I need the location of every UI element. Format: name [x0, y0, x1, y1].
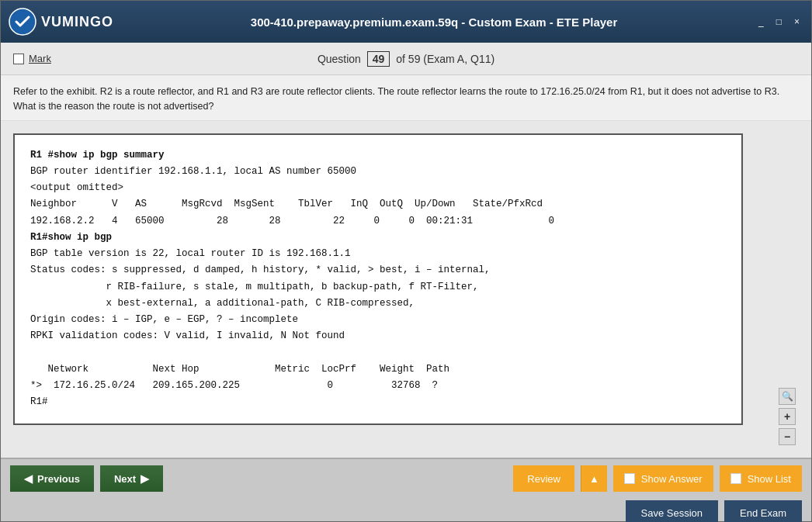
brand-name: VUMINGO	[41, 14, 113, 30]
window-controls: _ □ ×	[755, 15, 803, 29]
exhibit-line-12: RPKI validation codes: V valid, I invali…	[30, 328, 726, 344]
review-label: Review	[527, 473, 560, 485]
bottom-toolbar: ◀ Previous Next ▶ Review ▲ Show Answer	[1, 458, 811, 521]
mark-label[interactable]: Mark	[29, 53, 51, 64]
show-list-checkbox	[730, 473, 741, 484]
toolbar-row2: Save Session End Exam	[1, 498, 811, 522]
end-exam-button[interactable]: End Exam	[724, 500, 802, 522]
show-list-button[interactable]: Show List	[720, 465, 802, 492]
title-bar-left: VUMINGO	[9, 8, 113, 36]
question-label: Question	[318, 53, 361, 65]
next-arrow: ▶	[141, 472, 149, 485]
logo: VUMINGO	[9, 8, 113, 36]
zoom-controls: 🔍 + −	[779, 388, 796, 445]
exhibit-line-route: *> 172.16.25.0/24 209.165.200.225 0 3276…	[30, 378, 726, 394]
exhibit-line-prompt: R1#	[30, 394, 726, 410]
exhibit-line-4: Neighbor V AS MsgRcvd MsgSent TblVer InQ…	[30, 196, 726, 213]
show-answer-button[interactable]: Show Answer	[613, 465, 713, 492]
previous-arrow: ◀	[24, 472, 33, 485]
review-arrow-button[interactable]: ▲	[581, 465, 607, 492]
exhibit-line-5: 192.168.2.2 4 65000 28 28 22 0 0 00:21:3…	[30, 213, 726, 230]
next-button[interactable]: Next ▶	[100, 465, 163, 492]
previous-label: Previous	[37, 473, 80, 485]
exhibit-line-1: R1 #show ip bgp summary	[30, 147, 726, 164]
question-number-area: Question 49 of 59 (Exam A, Q11)	[106, 51, 706, 67]
zoom-out-button[interactable]: −	[779, 428, 796, 445]
minimize-button[interactable]: _	[755, 15, 768, 29]
exhibit-line-6: R1#show ip bgp	[30, 230, 726, 246]
next-label: Next	[114, 473, 136, 485]
show-answer-label: Show Answer	[641, 473, 703, 485]
logo-icon	[9, 8, 36, 36]
exhibit-line-blank	[30, 345, 726, 361]
exhibit-box: R1 #show ip bgp summary BGP router ident…	[13, 133, 743, 425]
exhibit-line-11: Origin codes: i – IGP, e – EGP, ? – inco…	[30, 312, 726, 328]
exhibit-line-10: x best-external, a additional-path, C RI…	[30, 296, 726, 312]
review-dropdown-arrow: ▲	[589, 473, 599, 485]
review-button[interactable]: Review	[513, 465, 574, 492]
mark-area: Mark	[13, 53, 106, 64]
zoom-in-button[interactable]: +	[779, 408, 796, 425]
save-session-button[interactable]: Save Session	[626, 500, 719, 522]
exhibit-line-9: r RIB-failure, s stale, m multipath, b b…	[30, 279, 726, 296]
toolbar-row1: ◀ Previous Next ▶ Review ▲ Show Answer	[1, 459, 811, 498]
exhibit-line-2: BGP router identifier 192.168.1.1, local…	[30, 164, 726, 180]
mark-checkbox[interactable]	[13, 54, 24, 64]
title-bar: VUMINGO 300-410.prepaway.premium.exam.59…	[1, 1, 811, 43]
window-title: 300-410.prepaway.premium.exam.59q - Cust…	[113, 16, 755, 29]
show-list-label: Show List	[748, 473, 791, 485]
exhibit-line-8: Status codes: s suppressed, d damped, h …	[30, 262, 726, 278]
exhibit-line-3: <output omitted>	[30, 180, 726, 196]
close-button[interactable]: ×	[790, 15, 803, 29]
end-exam-label: End Exam	[740, 507, 786, 519]
main-content: R1 #show ip bgp summary BGP router ident…	[1, 121, 811, 458]
question-header: Mark Question 49 of 59 (Exam A, Q11)	[1, 43, 811, 75]
exhibit-line-7: BGP table version is 22, local router ID…	[30, 246, 726, 262]
exhibit-line-header: Network Next Hop Metric LocPrf Weight Pa…	[30, 361, 726, 378]
show-answer-checkbox	[624, 473, 635, 484]
save-session-label: Save Session	[641, 507, 703, 519]
question-number: 49	[367, 51, 390, 67]
search-icon[interactable]: 🔍	[779, 388, 796, 405]
question-of-text: of 59 (Exam A, Q11)	[396, 53, 494, 65]
previous-button[interactable]: ◀ Previous	[10, 465, 94, 492]
question-text: Refer to the exhibit. R2 is a route refl…	[1, 75, 811, 121]
maximize-button[interactable]: □	[772, 15, 786, 29]
